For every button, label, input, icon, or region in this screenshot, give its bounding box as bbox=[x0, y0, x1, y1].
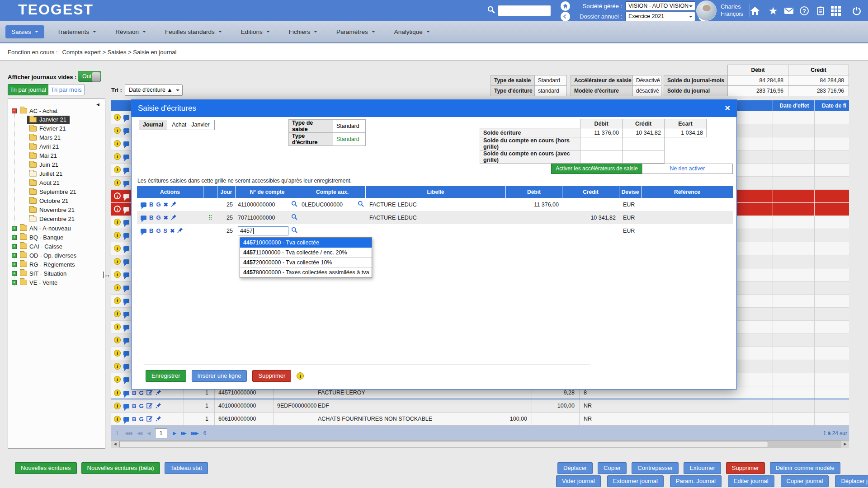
expand-node-icon[interactable] bbox=[12, 253, 17, 258]
comment-bubble-icon[interactable] bbox=[123, 233, 129, 238]
expand-node-icon[interactable] bbox=[12, 262, 17, 267]
sort-by-month-button[interactable]: Tri par mois bbox=[48, 84, 85, 95]
cell-jour[interactable]: 25 bbox=[217, 224, 236, 237]
menu-item[interactable]: Saisies bbox=[5, 25, 44, 38]
tree-month-item[interactable]: Décembre 21 bbox=[12, 215, 105, 224]
comment-bubble-icon[interactable] bbox=[123, 312, 129, 316]
scroll-right-icon[interactable]: ▶ bbox=[841, 441, 849, 448]
horizontal-scrollbar[interactable]: ◀ ▶ bbox=[111, 440, 849, 448]
expand-node-icon[interactable] bbox=[12, 244, 17, 249]
drag-grip-icon[interactable] bbox=[209, 215, 212, 221]
managed-company-select[interactable]: VISION - AUTO VISION bbox=[625, 1, 695, 11]
tree-month-item[interactable]: Juin 21 bbox=[12, 160, 105, 169]
cell-jour[interactable]: 25 bbox=[217, 211, 236, 224]
tree-journal-item[interactable]: OD - Op. diverses bbox=[12, 251, 105, 260]
magnifier-icon[interactable] bbox=[291, 214, 297, 221]
footer-button[interactable]: Contrepasser bbox=[632, 462, 679, 474]
page-current[interactable]: 1 bbox=[155, 428, 167, 438]
info-icon[interactable]: i bbox=[114, 403, 121, 409]
autocomplete-item[interactable]: 445720000000 - Tva collectée 10% bbox=[240, 258, 372, 267]
comment-bubble-icon[interactable] bbox=[123, 259, 129, 264]
cell-reference[interactable] bbox=[642, 211, 733, 224]
tree-month-item[interactable]: Septembre 21 bbox=[12, 188, 105, 197]
menu-item[interactable]: Feuilles standards bbox=[159, 25, 228, 38]
comment-bubble-icon[interactable] bbox=[123, 207, 129, 211]
comment-bubble-icon[interactable] bbox=[141, 229, 146, 233]
tree-journal-item[interactable]: AN - A-nouveau bbox=[12, 224, 105, 233]
autocomplete-item[interactable]: 445780000000 - Taxes collectées assimilé… bbox=[240, 267, 372, 277]
info-icon[interactable]: i bbox=[114, 232, 121, 239]
tree-month-item[interactable]: Avril 21 bbox=[12, 142, 105, 151]
comment-bubble-icon[interactable] bbox=[123, 155, 129, 159]
comment-bubble-icon[interactable] bbox=[123, 417, 129, 422]
info-icon[interactable]: i bbox=[114, 179, 121, 186]
expand-node-icon[interactable] bbox=[12, 235, 17, 240]
pushpin-icon[interactable] bbox=[156, 403, 161, 410]
table-row[interactable]: i B G 1 401000000000 9EDF00000000 EDF 10… bbox=[111, 399, 849, 413]
cell-devise[interactable]: EUR bbox=[619, 198, 642, 211]
action-b-icon[interactable]: B bbox=[149, 202, 153, 207]
insert-line-button[interactable]: Insérer une ligne bbox=[192, 370, 247, 382]
cell-reference[interactable] bbox=[642, 198, 733, 211]
magnifier-icon[interactable] bbox=[358, 201, 364, 208]
info-icon[interactable]: i bbox=[114, 337, 121, 343]
edit-icon[interactable] bbox=[146, 415, 153, 423]
action-g-icon[interactable]: G bbox=[156, 215, 160, 221]
comment-bubble-icon[interactable] bbox=[123, 141, 129, 146]
info-icon[interactable]: i bbox=[114, 416, 121, 422]
activate-nothing-button[interactable]: Ne rien activer bbox=[642, 164, 733, 174]
cell-credit[interactable]: 10 341,82 bbox=[562, 211, 619, 224]
action-g-icon[interactable]: G bbox=[139, 416, 143, 422]
menu-item[interactable]: Analytique bbox=[388, 25, 436, 38]
magnifier-icon[interactable] bbox=[291, 201, 297, 208]
tree-journal-item[interactable]: CAI - Caisse bbox=[12, 242, 105, 251]
cell-compte-aux[interactable] bbox=[299, 224, 366, 237]
info-icon[interactable]: i bbox=[114, 127, 121, 134]
footer-button[interactable]: Extourner bbox=[684, 462, 721, 474]
page-fast-back-icon[interactable]: ◀◀ bbox=[137, 431, 141, 436]
footer-button[interactable]: Déplacer journal bbox=[835, 475, 868, 487]
comment-bubble-icon[interactable] bbox=[123, 351, 129, 356]
pushpin-icon[interactable] bbox=[171, 214, 177, 221]
cell-debit[interactable] bbox=[506, 224, 562, 237]
comment-bubble-icon[interactable] bbox=[123, 115, 129, 120]
user-avatar[interactable] bbox=[696, 0, 717, 21]
info-icon[interactable]: i bbox=[114, 389, 121, 396]
comment-bubble-icon[interactable] bbox=[123, 194, 129, 198]
activate-accelerators-button[interactable]: Activer les accélérateurs de saisie bbox=[551, 164, 642, 174]
comment-bubble-icon[interactable] bbox=[123, 299, 129, 303]
footer-button[interactable]: Copier journal bbox=[781, 475, 829, 487]
cell-compte-aux[interactable]: 0LEDUC000000 bbox=[302, 202, 343, 208]
action-b-icon[interactable]: B bbox=[132, 416, 136, 422]
cell-devise[interactable]: EUR bbox=[619, 224, 642, 237]
account-number-input[interactable]: 4457 bbox=[238, 226, 288, 235]
action-b-icon[interactable]: B bbox=[132, 390, 136, 396]
page-last-icon[interactable]: ▶▶▶ bbox=[191, 431, 198, 436]
footer-button[interactable]: Vider journal bbox=[556, 475, 601, 487]
info-icon[interactable]: i bbox=[114, 206, 121, 212]
save-button[interactable]: Enregistrer bbox=[146, 370, 186, 382]
expand-node-icon[interactable] bbox=[12, 226, 17, 231]
cell-compte[interactable]: 411000000000 bbox=[238, 202, 275, 208]
page-back-icon[interactable]: ◀ bbox=[147, 431, 149, 436]
comment-bubble-icon[interactable] bbox=[123, 391, 129, 395]
action-b-icon[interactable]: B bbox=[149, 228, 153, 234]
tree-journal-root[interactable]: AC - Achat bbox=[12, 106, 105, 115]
menu-item[interactable]: Paramètres bbox=[330, 25, 381, 38]
action-b-icon[interactable]: B bbox=[149, 215, 153, 221]
delete-button[interactable]: Supprimer bbox=[252, 370, 291, 382]
cell-devise[interactable]: EUR bbox=[619, 211, 642, 224]
expand-node-icon[interactable] bbox=[12, 280, 17, 285]
tree-month-item[interactable]: Août 21 bbox=[12, 178, 105, 188]
info-icon[interactable]: i bbox=[114, 153, 121, 160]
cell-compte[interactable]: 707110000000 bbox=[238, 215, 275, 221]
footer-button[interactable]: Supprimer bbox=[726, 462, 765, 474]
action-g-icon[interactable]: G bbox=[156, 228, 160, 234]
home-icon[interactable] bbox=[749, 5, 761, 17]
cell-credit[interactable] bbox=[562, 198, 619, 211]
comment-bubble-icon[interactable] bbox=[123, 325, 129, 329]
page-next-icon[interactable]: ▶ bbox=[173, 431, 175, 436]
menu-item[interactable]: Fichiers bbox=[283, 25, 323, 38]
comment-bubble-icon[interactable] bbox=[123, 404, 129, 408]
footer-button[interactable]: Nouvelles écritures bbox=[15, 462, 77, 474]
